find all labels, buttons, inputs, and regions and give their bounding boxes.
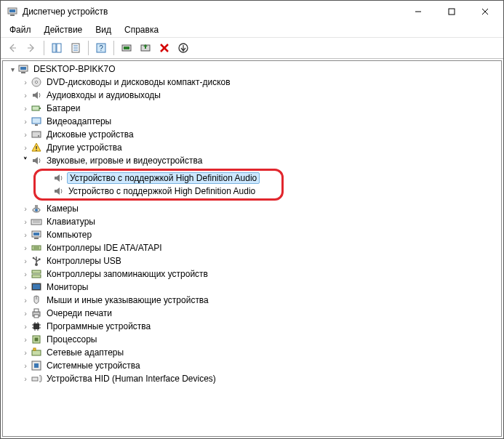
chevron-icon[interactable]: › [20, 309, 31, 318]
chevron-icon[interactable]: ˅ [20, 156, 31, 166]
titlebar: Диспетчер устройств [1, 1, 503, 23]
toolbar-separator [113, 41, 114, 55]
tree-item[interactable]: ›Камеры [3, 202, 501, 215]
speaker-icon [52, 172, 64, 184]
svg-rect-1 [10, 15, 15, 16]
device-tree[interactable]: ▾DESKTOP-BPIKK7O›DVD-дисководы и дисково… [2, 60, 502, 437]
speaker-icon [52, 185, 64, 197]
tree-item-label: Батареи [45, 103, 81, 113]
tree-item[interactable]: ›Контроллеры IDE ATA/ATAPI [3, 241, 501, 254]
tree-item[interactable]: ›Аудиовходы и аудиовыходы [3, 89, 501, 102]
tree-item[interactable]: ›Устройство с поддержкой High Definition… [39, 172, 279, 185]
tree-item[interactable]: ›Устройства HID (Human Interface Devices… [3, 372, 501, 385]
tree-item[interactable]: ˅Звуковые, игровые и видеоустройства [3, 154, 501, 167]
chevron-icon[interactable]: › [20, 217, 31, 226]
tree-item[interactable]: ›Процессоры [3, 333, 501, 346]
battery-icon [31, 102, 42, 114]
tree-item-label: Аудиовходы и аудиовыходы [45, 90, 162, 100]
tree-item[interactable]: ›Системные устройства [3, 359, 501, 372]
tree-item[interactable]: ›Клавиатуры [3, 215, 501, 228]
display-icon [31, 116, 42, 127]
chevron-icon[interactable]: › [20, 322, 31, 331]
menu-help[interactable]: Справка [119, 23, 164, 36]
toolbar-separator [44, 41, 44, 55]
tree-item[interactable]: ›Сетевые адаптеры [3, 346, 501, 359]
chevron-icon[interactable]: › [20, 91, 31, 100]
window-title: Диспетчер устройств [23, 7, 401, 17]
monitor-icon [31, 281, 42, 293]
tree-item[interactable]: ›DVD-дисководы и дисководы компакт-диско… [3, 76, 501, 89]
chevron-icon[interactable]: › [20, 130, 31, 139]
tree-item[interactable]: ›Контроллеры запоминающих устройств [3, 267, 501, 281]
menu-view[interactable]: Вид [89, 23, 117, 36]
disable-button[interactable] [175, 39, 192, 57]
chevron-icon[interactable]: › [20, 78, 31, 86]
tree-item[interactable]: ›Видеоадаптеры [3, 115, 501, 128]
tree-item-label: Видеоадаптеры [45, 116, 113, 126]
menu-action[interactable]: Действие [39, 23, 89, 36]
tree-item[interactable]: ›Дисковые устройства [3, 128, 501, 141]
uninstall-button[interactable] [156, 39, 173, 57]
computer-icon [17, 63, 29, 75]
warn-icon [31, 142, 42, 153]
tree-item[interactable]: ›Очереди печати [3, 307, 501, 320]
tree-item-label: Клавиатуры [45, 217, 97, 227]
close-button[interactable] [468, 1, 502, 23]
chevron-icon[interactable]: › [20, 204, 31, 213]
tree-item-label: Системные устройства [45, 361, 142, 371]
tree-item-label: Компьютер [45, 230, 93, 240]
chevron-icon[interactable]: › [20, 270, 31, 278]
tree-item[interactable]: ›Мониторы [3, 281, 501, 294]
chevron-icon[interactable]: › [20, 296, 31, 305]
scan-button[interactable] [118, 39, 135, 57]
cpu-icon [31, 334, 42, 345]
chevron-icon[interactable]: › [20, 374, 31, 383]
svg-rect-10 [57, 44, 61, 52]
tree-item-label: Устройства HID (Human Interface Devices) [45, 374, 217, 384]
chevron-icon[interactable]: › [20, 243, 31, 252]
update-driver-button[interactable] [137, 39, 154, 57]
forward-button[interactable] [23, 39, 40, 57]
tree-item-label: Процессоры [45, 334, 99, 345]
system-icon [31, 360, 42, 371]
help-button[interactable]: ? [92, 39, 110, 57]
storage-icon [31, 268, 42, 280]
expand-icon[interactable]: ▾ [7, 65, 17, 73]
svg-rect-9 [52, 44, 56, 52]
disc-icon [31, 76, 42, 88]
tree-item-label: Устройство с поддержкой High Definition … [67, 186, 257, 196]
chevron-icon[interactable]: › [20, 104, 31, 113]
chevron-icon[interactable]: › [20, 335, 31, 344]
chevron-icon[interactable]: › [20, 230, 31, 239]
tree-item[interactable]: ›Мыши и иные указывающие устройства [3, 294, 501, 307]
tree-item-label: Камеры [45, 204, 80, 214]
chevron-icon[interactable]: › [20, 361, 31, 370]
tree-item-label: Мониторы [45, 282, 89, 292]
hid-icon [31, 373, 42, 384]
tree-item-label: Устройство с поддержкой High Definition … [67, 172, 260, 184]
tree-item[interactable]: ›Программные устройства [3, 320, 501, 333]
chevron-icon[interactable]: › [20, 143, 31, 152]
tree-item-label: Контроллеры запоминающих устройств [45, 269, 209, 279]
menu-file[interactable]: Файл [4, 23, 37, 36]
tree-item[interactable]: ›Контроллеры USB [3, 254, 501, 267]
minimize-button[interactable] [401, 1, 435, 23]
camera-icon [31, 203, 42, 214]
tree-item-label: Другие устройства [45, 142, 124, 153]
maximize-button[interactable] [435, 1, 468, 23]
chevron-icon[interactable]: › [20, 348, 31, 357]
chevron-icon[interactable]: › [20, 257, 31, 265]
tree-item[interactable]: ›Другие устройства [3, 141, 501, 154]
tree-root[interactable]: ▾DESKTOP-BPIKK7O [3, 63, 501, 76]
show-hide-tree-button[interactable] [48, 39, 65, 57]
tree-item[interactable]: ›Батареи [3, 102, 501, 115]
properties-button[interactable] [67, 39, 84, 57]
tree-item[interactable]: ›Компьютер [3, 228, 501, 241]
chevron-icon[interactable]: › [20, 117, 31, 126]
computer-icon [31, 229, 42, 241]
device-manager-window: Диспетчер устройств Файл Действие Вид Сп… [0, 0, 504, 439]
chevron-icon[interactable]: › [20, 283, 31, 291]
back-button[interactable] [4, 39, 21, 57]
network-icon [31, 347, 42, 358]
tree-item[interactable]: ›Устройство с поддержкой High Definition… [39, 185, 279, 198]
